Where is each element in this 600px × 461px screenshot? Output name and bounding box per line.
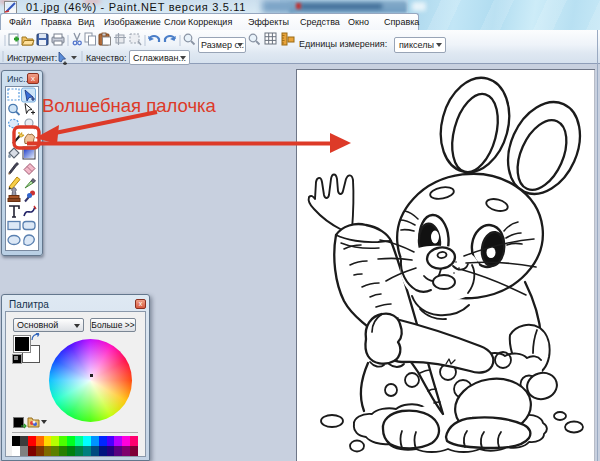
svg-text:Волшебная палочка: Волшебная палочка — [42, 95, 217, 116]
